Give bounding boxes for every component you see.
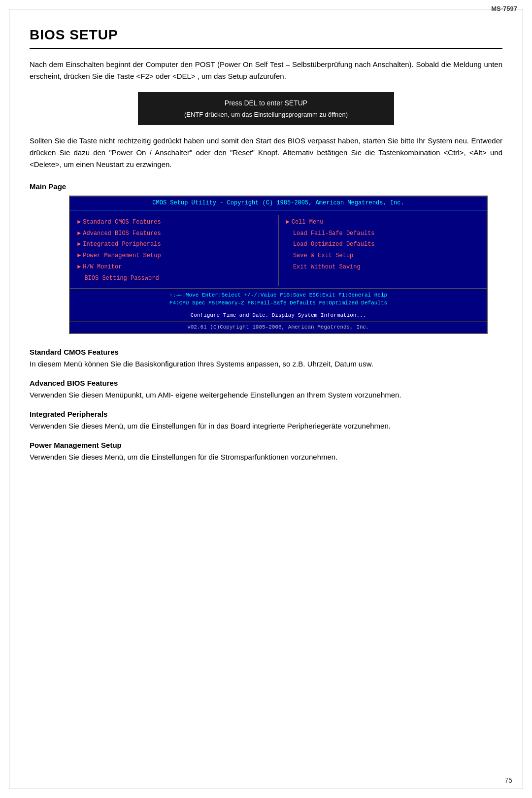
model-number: MS-7597: [491, 5, 517, 12]
page-number: 75: [504, 776, 512, 784]
page-border: [9, 9, 523, 789]
